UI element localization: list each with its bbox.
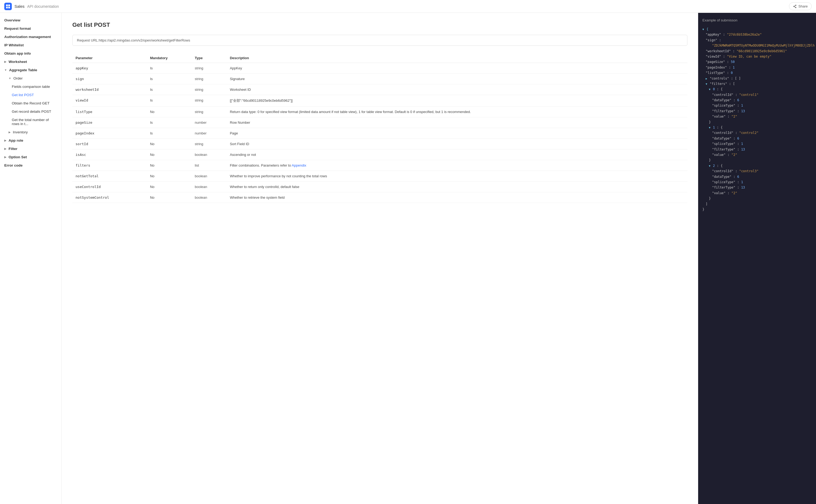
chevron-right-icon-filter: ▶ <box>4 147 6 150</box>
collapse-root[interactable]: ▼ <box>702 28 704 31</box>
app-icon <box>4 3 12 10</box>
param-cell: sign <box>72 74 147 84</box>
svg-rect-1 <box>8 4 10 6</box>
chevron-right-icon-app-role: ▶ <box>4 139 6 142</box>
sidebar-item-fields-comparison[interactable]: Fields comparison table <box>0 82 61 91</box>
sidebar-item-option-set[interactable]: ▶ Option Set <box>0 153 61 161</box>
type-cell: string <box>191 74 227 84</box>
json-filter-1-datatype: "dataType" : 6 <box>702 136 812 141</box>
sidebar-item-request-format[interactable]: Request format <box>0 24 61 33</box>
mandatory-cell: No <box>147 107 191 117</box>
chevron-right-icon-inventory: ▶ <box>9 131 11 134</box>
sidebar-item-authorization[interactable]: Authorization management <box>0 33 61 41</box>
table-row: pageSizeIsnumberRow Number <box>72 117 687 128</box>
sidebar-item-order[interactable]: ▼ Order <box>0 74 61 82</box>
json-filter-0-splicetype: "spliceType" : 1 <box>702 103 812 108</box>
json-filter-0-value: "value" : "2" <box>702 114 812 119</box>
sidebar-item-obtain-record-get[interactable]: Obtain the Record GET <box>0 99 61 107</box>
table-row: pageIndexIsnumberPage <box>72 128 687 139</box>
sidebar-item-filter[interactable]: ▶ Filter <box>0 145 61 153</box>
json-filter-1-splicetype: "spliceType" : 1 <box>702 141 812 146</box>
json-filters-close: ] <box>702 201 812 207</box>
mandatory-cell: Is <box>147 128 191 139</box>
sidebar-item-worksheet[interactable]: ▶ Worksheet <box>0 58 61 66</box>
table-row: sortIdNostringSort Field ID <box>72 139 687 149</box>
chevron-down-icon: ▼ <box>4 69 7 72</box>
sidebar-item-get-record-details[interactable]: Get record details POST <box>0 107 61 116</box>
sidebar-item-obtain-app-info[interactable]: Obtain app info <box>0 49 61 58</box>
chevron-right-icon-option-set: ▶ <box>4 156 6 159</box>
param-cell: isAsc <box>72 149 147 160</box>
json-filter-2-controlid: "controlId" : "control3" <box>702 168 812 174</box>
right-panel-title: Example of submisson <box>702 18 812 22</box>
sidebar-item-get-list-post[interactable]: Get list POST <box>0 91 61 99</box>
svg-point-6 <box>795 7 796 8</box>
json-filter-0-datatype: "dataType" : 6 <box>702 97 812 103</box>
sidebar-item-inventory[interactable]: ▶ Inventory <box>0 128 61 136</box>
desc-cell: Worksheet ID <box>227 84 687 95</box>
appendix-link[interactable]: Appendix <box>292 163 306 167</box>
json-root-open: ▼ { <box>702 27 812 32</box>
json-filter-2-open: ▼ 2 : { <box>702 163 812 168</box>
json-filter-1-controlid: "controlId" : "control2" <box>702 130 812 136</box>
json-filter-2-splicetype: "spliceType" : 1 <box>702 179 812 185</box>
share-label: Share <box>798 4 808 8</box>
json-controls: ▶ "controls" : [ ] <box>702 76 812 81</box>
chevron-down-icon-order: ▼ <box>9 77 11 80</box>
page-title: Get list POST <box>72 21 687 28</box>
param-cell: notGetTotal <box>72 171 147 182</box>
collapse-controls[interactable]: ▶ <box>706 77 707 80</box>
sidebar: Overview Request format Authorization ma… <box>0 13 62 504</box>
json-filter-2-datatype: "dataType" : 6 <box>702 174 812 179</box>
param-cell: listType <box>72 107 147 117</box>
mandatory-cell: No <box>147 139 191 149</box>
type-cell: string <box>191 107 227 117</box>
sidebar-item-error-code[interactable]: Error code <box>0 161 61 170</box>
type-cell: boolean <box>191 149 227 160</box>
svg-rect-0 <box>6 4 8 6</box>
col-mandatory: Mandatory <box>147 53 191 63</box>
param-cell: pageSize <box>72 117 147 128</box>
table-row: viewIdIsstring[["全部":"66cd90118925e9c0eb… <box>72 95 687 107</box>
url-box: Request URL:https://api2.mingdao.com/v2/… <box>72 35 687 46</box>
table-row: useControlIdNobooleanWhether to return o… <box>72 182 687 192</box>
sidebar-item-app-role[interactable]: ▶ App role <box>0 136 61 145</box>
param-cell: pageIndex <box>72 128 147 139</box>
json-filter-1-value: "value" : "2" <box>702 152 812 157</box>
json-filter-2-close: } <box>702 196 812 201</box>
sidebar-item-aggregate-table[interactable]: ▼ Aggregate Table <box>0 66 61 74</box>
sidebar-item-get-total-rows[interactable]: Get the total number of rows in t... <box>0 116 61 128</box>
sidebar-item-overview[interactable]: Overview <box>0 16 61 24</box>
table-row: isAscNobooleanAscending or not <box>72 149 687 160</box>
json-appkey: "appKey" : "27dc6b538be26a2e" <box>702 32 812 37</box>
mandatory-cell: No <box>147 160 191 171</box>
type-cell: string <box>191 84 227 95</box>
desc-cell: Page <box>227 128 687 139</box>
sidebar-item-ip-whitelist[interactable]: IP Whitelist <box>0 41 61 49</box>
svg-point-5 <box>794 6 794 7</box>
param-cell: viewId <box>72 95 147 107</box>
mandatory-cell: No <box>147 149 191 160</box>
json-filter-1-close: } <box>702 157 812 163</box>
col-type: Type <box>191 53 227 63</box>
collapse-filters[interactable]: ▼ <box>706 82 707 85</box>
desc-cell: Whether to retrieve the system field <box>227 192 687 203</box>
svg-line-8 <box>794 5 795 6</box>
json-filter-2-filtertype: "filterType" : 13 <box>702 185 812 190</box>
json-listtype: "listType" : 0 <box>702 70 812 76</box>
type-cell: boolean <box>191 171 227 182</box>
header-left: Sales API documentation <box>4 3 59 10</box>
json-pageindex: "pageIndex" : 1 <box>702 65 812 70</box>
table-row: filtersNolistFilter combinations. Parame… <box>72 160 687 171</box>
param-cell: notSystemControl <box>72 192 147 203</box>
mandatory-cell: No <box>147 171 191 182</box>
mandatory-cell: Is <box>147 95 191 107</box>
type-cell: string <box>191 63 227 74</box>
col-parameter: Parameter <box>72 53 147 63</box>
type-cell: string <box>191 95 227 107</box>
table-row: notSystemControlNobooleanWhether to retr… <box>72 192 687 203</box>
json-filter-0-open: ▼ 0 : { <box>702 86 812 92</box>
col-description: Description <box>227 53 687 63</box>
share-button[interactable]: Share <box>789 2 812 10</box>
mandatory-cell: Is <box>147 63 191 74</box>
